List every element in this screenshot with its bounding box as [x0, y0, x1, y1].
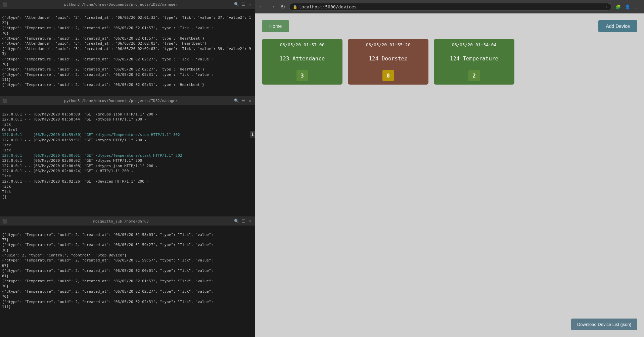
terminal-close-icon-2[interactable]: ✕ — [248, 98, 252, 103]
top-bar: Home Add Device — [262, 20, 637, 32]
device-badge-attendance: 3 — [296, 70, 308, 81]
line: {'dtype': 'Temperature', 'uuid': 2, 'cre… — [2, 83, 204, 87]
terminal-content-1: {'dtype': 'Attendance', 'uuid': '3', 'cr… — [0, 9, 255, 96]
url-text: localhost:5000/devices — [299, 4, 357, 9]
line: 111} — [2, 78, 11, 82]
line: {"dtype": "Temperature", "uuid": 2, "cre… — [2, 279, 213, 283]
line: 36} — [2, 284, 9, 288]
line: {"dtype": "Temperature", "uuid": 2, "cre… — [2, 269, 213, 273]
terminal-menu-icon-1[interactable]: ☰ — [241, 2, 246, 7]
line: {'dtype': 'Temperature', 'uuid': 2, 'cre… — [2, 57, 213, 61]
terminal-search-icon-1[interactable]: 🔍 — [234, 2, 239, 7]
device-card-name-temperature: 124 Temperature — [434, 51, 514, 66]
browser-toolbar: 🧩 👤 ⋮ — [614, 3, 641, 11]
terminal-title-2: python3 /home/dhruv/Documents/projects/I… — [64, 99, 178, 103]
line: {"dtype": "Temperature", "uuid": 2, "cre… — [2, 243, 213, 247]
line: {"uuid": 2, "type": "Control", "control"… — [2, 253, 127, 257]
download-button[interactable]: Download Device List (json) — [571, 319, 637, 330]
line: {'dtype': 'Temperature', 'uuid': 2, 'cre… — [2, 26, 213, 30]
device-card-timestamp-temperature: 06/05/20 01:54:04 — [434, 39, 514, 51]
terminal-search-icon-2[interactable]: 🔍 — [234, 98, 239, 103]
line: 30} — [2, 248, 9, 252]
device-card-footer-attendance: 3 — [262, 66, 342, 85]
device-card-footer-temperature: 2 — [434, 66, 514, 85]
terminal-pane-1: ⬛ python3 /home/dhruv/Documents/projects… — [0, 0, 255, 96]
terminal-titlebar-3: ⬛ mosquitto_sub /home/dhruv 🔍 ☰ ✕ — [0, 217, 255, 226]
line: {"dtype": "Temperature", "uuid": 2, "cre… — [2, 289, 213, 294]
download-area: Download Device List (json) — [571, 319, 637, 330]
line: 67} — [2, 263, 9, 268]
terminal-content-2: 127.0.0.1 - - [06/May/2020 01:58:08] "GE… — [0, 105, 255, 216]
line: 70} — [2, 294, 9, 299]
line: [] — [2, 195, 6, 199]
browser-side: ← → ↻ 🔒 localhost:5000/devices ☆ 🧩 👤 ⋮ H… — [255, 0, 644, 337]
line: {'dtype': 'Attendance', 'uuid': '3', 'cr… — [2, 41, 206, 46]
line: 127.0.0.1 - - [06/May/2020 02:00:01] "GE… — [2, 153, 187, 158]
terminal-close-icon-3[interactable]: ✕ — [248, 219, 252, 224]
line: 77} — [2, 238, 9, 242]
devices-grid: 06/05/20 01:57:00 123 Attendance 3 06/05… — [262, 39, 637, 85]
terminal-pane-3: ⬛ mosquitto_sub /home/dhruv 🔍 ☰ ✕ {"dtyp… — [0, 217, 255, 337]
line: Tick — [2, 148, 11, 152]
line: 127.0.0.1 - - [06/May/2020 01:59:51] "GE… — [2, 138, 146, 142]
line: 127.0.0.1 - - [06/May/2020 02:00:02] "GE… — [2, 158, 146, 163]
terminal-menu-icon-2[interactable]: ☰ — [241, 98, 246, 103]
line: 70} — [2, 31, 9, 36]
line: 127.0.0.1 - - [06/May/2020 01:59:50] "GE… — [2, 133, 184, 137]
terminal-titlebar-1: ⬛ python3 /home/dhruv/Documents/projects… — [0, 0, 255, 9]
line: 70} — [2, 62, 9, 66]
device-card-name-doorstep: 124 Doorstep — [348, 51, 428, 66]
device-card-temperature[interactable]: 06/05/20 01:54:04 124 Temperature 2 — [434, 39, 514, 85]
browser-chrome: ← → ↻ 🔒 localhost:5000/devices ☆ 🧩 👤 ⋮ — [255, 0, 644, 13]
line: 127.0.0.1 - - [06/May/2020 02:02:26] "GE… — [2, 179, 149, 184]
address-bar[interactable]: 🔒 localhost:5000/devices ☆ — [289, 3, 611, 11]
terminal-search-icon-3[interactable]: 🔍 — [234, 219, 239, 224]
app-container: Home Add Device 06/05/20 01:57:00 123 At… — [255, 13, 644, 337]
line: {'dtype': 'Attendance', 'uuid': '3', 'cr… — [2, 47, 251, 56]
star-icon: ☆ — [605, 4, 608, 9]
line: {"dtype": "Temperature", "uuid": 2, "cre… — [2, 258, 213, 262]
line: {'dtype': 'Temperature', 'uuid': 2, 'cre… — [2, 36, 204, 41]
line: {'dtype': 'Temperature', 'uuid': 2, 'cre… — [2, 67, 204, 71]
terminal-menu-icon-3[interactable]: ☰ — [241, 219, 246, 224]
line: {"dtype": "Temperature", "uuid": 2, "cre… — [2, 233, 213, 237]
line: {'dtype': 'Temperature', 'uuid': 2, 'cre… — [2, 73, 213, 77]
device-card-attendance[interactable]: 06/05/20 01:57:00 123 Attendance 3 — [262, 39, 342, 85]
line: Control — [2, 128, 17, 132]
split-marker: 1 — [250, 131, 255, 138]
device-card-footer-doorstep: 0 — [348, 66, 428, 85]
line: Tick — [2, 122, 11, 127]
line: 81} — [2, 274, 9, 278]
line: Tick — [2, 190, 11, 194]
terminal-title-3: mosquitto_sub /home/dhruv — [93, 219, 149, 224]
line: 127.0.0.1 - - [06/May/2020 02:00:24] "GE… — [2, 169, 133, 173]
terminal-side: ⬛ python3 /home/dhruv/Documents/projects… — [0, 0, 255, 337]
line: 127.0.0.1 - - [06/May/2020 01:58:44] "GE… — [2, 117, 146, 122]
line: {"dtype": "Temperature", "uuid": 2, "cre… — [2, 300, 213, 304]
line: Tick — [2, 143, 11, 147]
device-badge-temperature: 2 — [468, 70, 480, 81]
line: 111} — [2, 305, 11, 309]
line: Tick — [2, 174, 11, 178]
lock-icon: 🔒 — [293, 5, 297, 9]
line: 127.0.0.1 - - [06/May/2020 01:58:08] "GE… — [2, 112, 158, 116]
reload-button[interactable]: ↻ — [279, 3, 286, 11]
menu-icon[interactable]: ⋮ — [633, 3, 641, 11]
device-card-doorstep[interactable]: 06/05/20 01:55:20 124 Doorstep 0 — [348, 39, 428, 85]
extensions-icon[interactable]: 🧩 — [614, 4, 622, 10]
terminal-icon-1: ⬛ — [3, 2, 7, 7]
terminal-close-icon-1[interactable]: ✕ — [248, 2, 252, 7]
device-badge-doorstep: 0 — [382, 70, 394, 81]
browser-content: Home Add Device 06/05/20 01:57:00 123 At… — [255, 13, 644, 337]
add-device-button[interactable]: Add Device — [598, 20, 637, 32]
device-card-timestamp-attendance: 06/05/20 01:57:00 — [262, 39, 342, 51]
terminal-icon-3: ⬛ — [3, 219, 7, 224]
back-button[interactable]: ← — [258, 3, 266, 10]
home-button[interactable]: Home — [262, 20, 289, 32]
line: {'dtype': 'Attendance', 'uuid': '3', 'cr… — [2, 15, 251, 25]
profile-icon[interactable]: 👤 — [624, 4, 632, 10]
line: 127.0.0.1 - - [06/May/2020 02:00:08] "GE… — [2, 164, 158, 168]
terminal-content-3: {"dtype": "Temperature", "uuid": 2, "cre… — [0, 226, 255, 337]
forward-button[interactable]: → — [269, 3, 277, 10]
terminal-title-1: python3 /home/dhruv/Documents/projects/I… — [64, 2, 178, 7]
